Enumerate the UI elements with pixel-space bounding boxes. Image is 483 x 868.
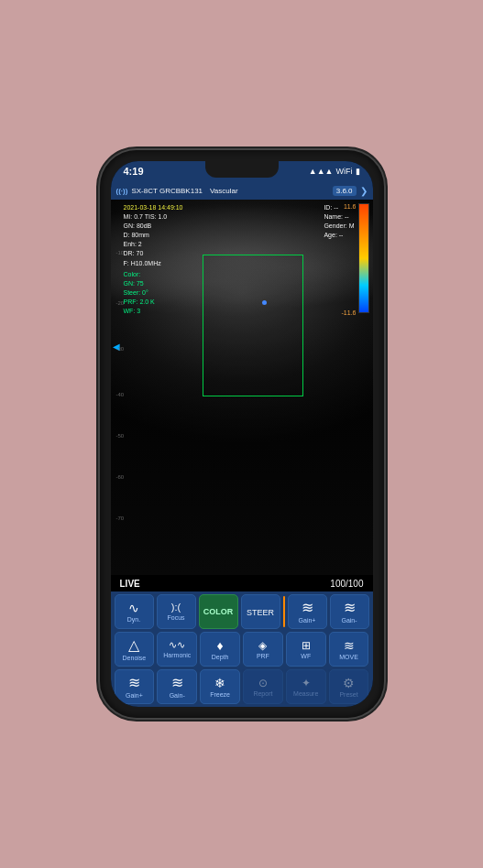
measure-button[interactable]: ✦ Measure (286, 669, 326, 704)
gain-plus-label: Gain+ (126, 692, 143, 699)
gain-plus-top-label: Gain+ (299, 617, 316, 624)
move-icon: ≋ (344, 639, 355, 652)
depth-mark-70: -70 (116, 515, 125, 521)
harmonic-icon: ∿∿ (169, 640, 185, 650)
gain-minus-top-button[interactable]: ≋ Gain- (330, 594, 369, 629)
patient-name: Name: -- (324, 212, 354, 221)
brand-icon: ((·)) (116, 187, 128, 195)
denoise-button[interactable]: △ Denoise (115, 632, 155, 667)
dyn-label: Dyn. (127, 616, 140, 623)
color-label: Color: (124, 270, 183, 278)
prf-button[interactable]: ◈ PRF (243, 632, 283, 667)
harmonic-button[interactable]: ∿∿ Harmonic (157, 632, 197, 667)
preset-icon: ⚙ (343, 677, 355, 689)
steer: Steer: 0° (124, 288, 183, 297)
battery-icon: ▮ (356, 167, 360, 176)
freq: F: H10.0MHz (124, 259, 183, 267)
phone-notch (205, 161, 279, 178)
report-button[interactable]: ⊙ Report (243, 669, 283, 704)
depth-label: Depth (212, 654, 229, 660)
scan-info-left: 2021-03-18 14:49:10 MI: 0.7 TIS: 1.0 GN:… (124, 203, 183, 315)
depth-mark-10: -10 (116, 250, 125, 255)
scale-bottom-value: -11.6 (342, 309, 357, 316)
gain-plus-top-button[interactable]: ≋ Gain+ (288, 594, 327, 629)
color-icon: COLOR (203, 608, 234, 616)
scan-area[interactable]: 2021-03-18 14:49:10 MI: 0.7 TIS: 1.0 GN:… (111, 200, 373, 575)
focus-icon: ):( (171, 602, 181, 613)
gain-db: GN: 80dB (124, 222, 183, 230)
controls-panel: ∿ Dyn. ):( Focus COLOR STEER ≋ Gain+ (111, 591, 373, 707)
focus-button[interactable]: ):( Focus (157, 594, 196, 629)
dyn-button[interactable]: ∿ Dyn. (115, 594, 154, 629)
header-arrow-icon[interactable]: ❯ (360, 186, 368, 196)
status-icons: ▲▲▲ WiFi ▮ (309, 167, 360, 176)
frame-count: 100/100 (330, 579, 363, 589)
prf: PRF: 2.0 K (124, 298, 183, 306)
phone-frame: 4:19 ▲▲▲ WiFi ▮ ((·)) SX-8CT GRCBBK131 V… (100, 150, 384, 718)
gain-minus-top-label: Gain- (341, 617, 357, 624)
prf-icon: ◈ (258, 640, 267, 651)
color-gn: GN: 75 (124, 279, 183, 288)
timestamp: 2021-03-18 14:49:10 (124, 203, 183, 212)
freeze-label: Freeze (210, 691, 230, 698)
wifi-icon: WiFi (336, 167, 353, 176)
depth-mark-30: -30 (116, 346, 125, 352)
scan-mode: Vascular (210, 187, 238, 195)
gain-minus-button[interactable]: ≋ Gain- (157, 669, 197, 704)
btn-separator (283, 596, 285, 627)
gain-plus-button[interactable]: ≋ Gain+ (115, 669, 155, 704)
depth-mark-40: -40 (116, 392, 125, 397)
freeze-button[interactable]: ❄ Freeze (200, 669, 240, 704)
preset-label: Preset (339, 691, 357, 698)
device-model: SX-8CT GRCBBK131 (131, 187, 203, 195)
color-roi-box[interactable] (203, 255, 303, 396)
scale-top-value: 11.6 (344, 203, 357, 210)
report-icon: ⊙ (258, 678, 268, 689)
measure-icon: ✦ (302, 678, 311, 689)
prf-label: PRF (257, 653, 269, 659)
focus-label: Focus (167, 614, 184, 621)
live-label: LIVE (120, 579, 140, 589)
gain-minus-top-icon: ≋ (344, 601, 356, 615)
mi-tis: MI: 0.7 TIS: 1.0 (124, 212, 183, 221)
dr: DR: 70 (124, 249, 183, 257)
harmonic-label: Harmonic (163, 652, 191, 658)
controls-row-1: ∿ Dyn. ):( Focus COLOR STEER ≋ Gain+ (115, 594, 369, 629)
color-button[interactable]: COLOR (199, 594, 238, 629)
report-label: Report (253, 690, 272, 697)
wf-icon: ⊞ (302, 640, 311, 651)
color-scale-bar (358, 203, 369, 313)
preset-button[interactable]: ⚙ Preset (329, 669, 369, 704)
gain-plus-top-icon: ≋ (302, 601, 313, 615)
controls-row-2: △ Denoise ∿∿ Harmonic ♦ Depth ◈ PRF ⊞ (115, 632, 369, 667)
gain-minus-icon: ≋ (171, 676, 183, 690)
measure-label: Measure (293, 690, 318, 697)
depth-mm: D: 80mm (124, 231, 183, 239)
signal-icon: ▲▲▲ (309, 167, 334, 176)
wf-button[interactable]: ⊞ WF (286, 632, 326, 667)
move-label: MOVE (339, 654, 358, 660)
phone-screen: 4:19 ▲▲▲ WiFi ▮ ((·)) SX-8CT GRCBBK131 V… (111, 161, 373, 707)
depth-button[interactable]: ♦ Depth (200, 632, 240, 667)
depth-mark-20: -20 (116, 300, 125, 306)
enh: Enh: 2 (124, 240, 183, 248)
controls-row-3: ≋ Gain+ ≋ Gain- ❄ Freeze ⊙ Report ✦ Me (115, 669, 369, 704)
patient-age: Age: -- (324, 231, 354, 239)
app-header: ((·)) SX-8CT GRCBBK131 Vascular 3.6.0 ❯ (111, 181, 373, 200)
live-bar: LIVE 100/100 (111, 575, 373, 591)
steer-button[interactable]: STEER (241, 594, 280, 629)
gain-minus-label: Gain- (170, 692, 185, 699)
app-version: 3.6.0 (333, 186, 357, 196)
depth-mark-60: -60 (116, 474, 125, 480)
wf: WF: 3 (124, 307, 183, 315)
denoise-label: Denoise (123, 655, 147, 661)
move-button[interactable]: ≋ MOVE (329, 632, 369, 667)
dyn-icon: ∿ (128, 602, 139, 614)
gain-plus-icon: ≋ (128, 676, 140, 690)
wf-label: WF (301, 653, 311, 659)
status-time: 4:19 (124, 166, 144, 177)
steer-label: STEER (247, 608, 274, 617)
denoise-icon: △ (128, 638, 139, 653)
patient-gender: Gender: M (324, 222, 354, 230)
color-doppler-signal (262, 300, 267, 305)
